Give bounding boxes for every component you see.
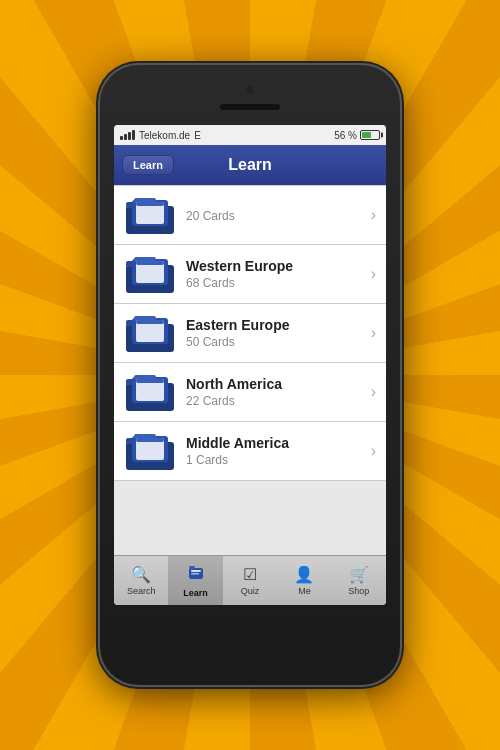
item-subtitle: 50 Cards <box>186 335 365 349</box>
battery-fill <box>362 132 371 138</box>
svg-rect-5 <box>136 202 164 206</box>
front-camera <box>246 86 254 94</box>
shop-icon: 🛒 <box>349 565 369 584</box>
tab-me-label: Me <box>298 586 311 596</box>
battery-percent: 56 % <box>334 130 357 141</box>
phone-shell: Telekom.de E 56 % Learn Learn <box>100 65 400 685</box>
status-left: Telekom.de E <box>120 130 201 141</box>
battery-icon <box>360 130 380 140</box>
item-title: Eastern Europe <box>186 317 365 333</box>
signal-bar-1 <box>120 136 123 140</box>
svg-rect-31 <box>189 566 195 569</box>
svg-rect-32 <box>191 570 201 572</box>
folder-icon-wrap <box>124 312 176 354</box>
search-icon: 🔍 <box>131 565 151 584</box>
svg-rect-33 <box>191 573 199 575</box>
list-item[interactable]: Middle America 1 Cards › <box>114 422 386 481</box>
item-title: Western Europe <box>186 258 365 274</box>
tab-bar: 🔍 Search Learn ☑ <box>114 555 386 605</box>
nav-bar: Learn Learn <box>114 145 386 185</box>
me-icon: 👤 <box>294 565 314 584</box>
learn-icon <box>187 564 205 586</box>
back-button[interactable]: Learn <box>122 155 174 175</box>
item-title: Middle America <box>186 435 365 451</box>
status-bar: Telekom.de E 56 % <box>114 125 386 145</box>
folder-icon <box>124 194 176 236</box>
signal-bar-3 <box>128 132 131 140</box>
folder-icon <box>124 253 176 295</box>
list-container: 20 Cards › <box>114 185 386 555</box>
chevron-icon: › <box>371 206 376 224</box>
item-info: Western Europe 68 Cards <box>186 258 365 290</box>
folder-icon-wrap <box>124 253 176 295</box>
folder-icon-wrap <box>124 194 176 236</box>
nav-title: Learn <box>228 156 272 174</box>
signal-bars <box>120 130 135 140</box>
carrier-name: Telekom.de <box>139 130 190 141</box>
svg-rect-23 <box>136 379 164 383</box>
item-info: North America 22 Cards <box>186 376 365 408</box>
tab-learn-label: Learn <box>183 588 208 598</box>
folder-icon <box>124 371 176 413</box>
phone-screen: Telekom.de E 56 % Learn Learn <box>114 125 386 605</box>
chevron-icon: › <box>371 324 376 342</box>
folder-icon <box>124 312 176 354</box>
list-item[interactable]: North America 22 Cards › <box>114 363 386 422</box>
chevron-icon: › <box>371 265 376 283</box>
tab-shop-label: Shop <box>348 586 369 596</box>
tab-shop[interactable]: 🛒 Shop <box>332 556 386 605</box>
signal-bar-2 <box>124 134 127 140</box>
list-item[interactable]: Eastern Europe 50 Cards › <box>114 304 386 363</box>
phone-wrapper: Telekom.de E 56 % Learn Learn <box>100 65 400 685</box>
folder-icon-wrap <box>124 430 176 472</box>
phone-top-bezel <box>100 65 400 125</box>
tab-quiz-label: Quiz <box>241 586 260 596</box>
folder-icon-wrap <box>124 371 176 413</box>
svg-rect-11 <box>136 261 164 265</box>
tab-search[interactable]: 🔍 Search <box>114 556 168 605</box>
chevron-icon: › <box>371 442 376 460</box>
item-subtitle: 1 Cards <box>186 453 365 467</box>
list-item[interactable]: 20 Cards › <box>114 185 386 245</box>
tab-search-label: Search <box>127 586 156 596</box>
signal-bar-4 <box>132 130 135 140</box>
status-right: 56 % <box>334 130 380 141</box>
tab-me[interactable]: 👤 Me <box>277 556 331 605</box>
item-info: Eastern Europe 50 Cards <box>186 317 365 349</box>
folder-icon <box>124 430 176 472</box>
item-subtitle: 22 Cards <box>186 394 365 408</box>
chevron-icon: › <box>371 383 376 401</box>
list-item[interactable]: Western Europe 68 Cards › <box>114 245 386 304</box>
item-subtitle: 20 Cards <box>186 209 365 223</box>
item-info: 20 Cards <box>186 207 365 223</box>
svg-rect-17 <box>136 320 164 324</box>
network-type: E <box>194 130 201 141</box>
earpiece-speaker <box>220 104 280 110</box>
quiz-icon: ☑ <box>243 565 257 584</box>
svg-rect-29 <box>136 438 164 442</box>
item-subtitle: 68 Cards <box>186 276 365 290</box>
tab-quiz[interactable]: ☑ Quiz <box>223 556 277 605</box>
item-title: North America <box>186 376 365 392</box>
tab-learn[interactable]: Learn <box>168 556 222 605</box>
item-info: Middle America 1 Cards <box>186 435 365 467</box>
